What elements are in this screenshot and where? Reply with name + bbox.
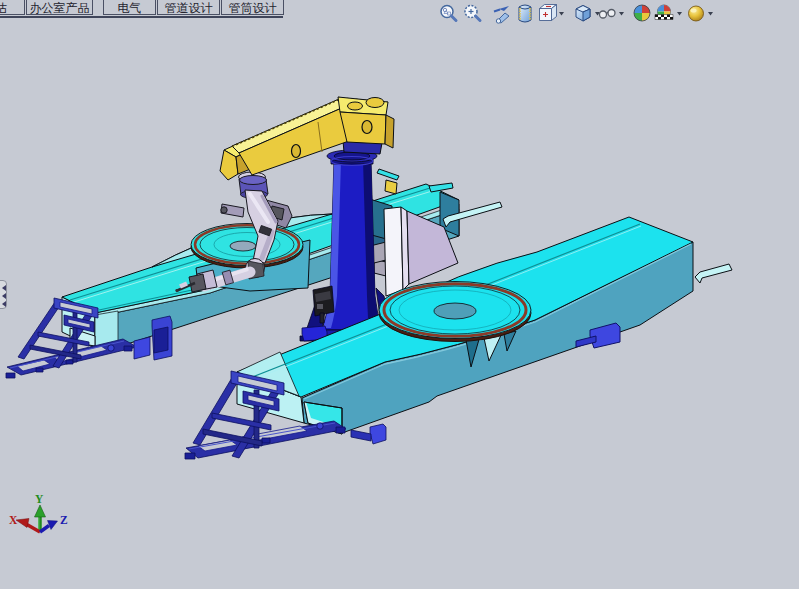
svg-text:Z: Z [60, 514, 68, 526]
svg-text:Y: Y [35, 493, 44, 505]
svg-text:X: X [9, 514, 18, 526]
